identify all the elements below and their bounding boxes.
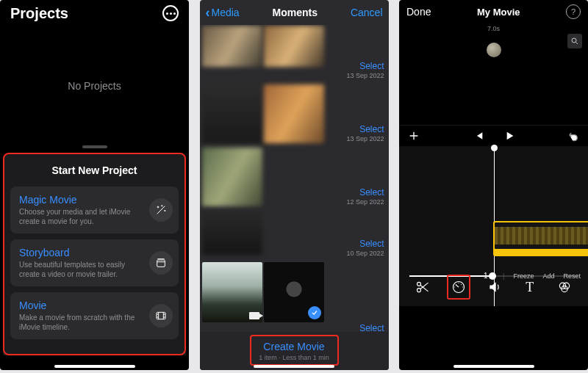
select-group-button[interactable]: Select [346, 187, 384, 198]
filters-icon[interactable] [554, 276, 575, 298]
zoom-icon[interactable] [567, 34, 582, 48]
group-date: 13 Sep 2022 [346, 135, 384, 142]
media-thumb[interactable] [202, 262, 262, 322]
moment-group: Select [200, 261, 389, 323]
editor-header: Done My Movie ? [399, 0, 588, 23]
option-desc: Use beautiful templates to easily create… [19, 260, 143, 279]
video-icon [249, 312, 259, 319]
media-thumb[interactable] [202, 26, 262, 67]
home-indicator[interactable] [54, 365, 135, 368]
sheet-title: Start New Project [9, 157, 180, 186]
media-thumb-selected[interactable] [264, 262, 324, 322]
moment-group: Select 13 Sep 2022 [200, 25, 389, 84]
svg-point-4 [417, 289, 420, 292]
editor-toolbar: T [399, 272, 588, 306]
group-date: 12 Sep 2022 [346, 198, 384, 206]
back-button[interactable]: ‹ Media [206, 5, 240, 21]
svg-rect-1 [157, 312, 165, 319]
svg-rect-0 [157, 260, 165, 267]
select-group-button[interactable]: Select [346, 124, 384, 134]
screen-moments: ‹ Media Moments Cancel Select 13 Sep 202… [200, 0, 389, 370]
option-title: Storyboard [19, 247, 143, 258]
film-icon [149, 304, 173, 327]
svg-point-2 [572, 38, 576, 43]
option-title: Movie [19, 300, 143, 311]
sheet-grabber[interactable] [82, 145, 107, 148]
cancel-button[interactable]: Cancel [351, 7, 383, 18]
highlight-box-red [250, 335, 339, 366]
undo-button[interactable] [567, 130, 579, 142]
moments-header: ‹ Media Moments Cancel [200, 0, 389, 25]
skip-back-button[interactable] [473, 130, 484, 142]
video-clip[interactable] [493, 221, 588, 250]
preview-frame [487, 43, 501, 57]
volume-icon[interactable] [484, 276, 505, 298]
moment-group: Select 12 Sep 2022 [200, 147, 389, 210]
timeline[interactable]: 1 × | Freeze Add Reset T [399, 146, 588, 306]
storyboard-icon [149, 251, 173, 275]
page-title: Projects [10, 5, 68, 22]
select-group-button[interactable]: Select [359, 323, 384, 332]
moment-group: Select 13 Sep 2022 [200, 84, 389, 147]
media-thumb[interactable] [264, 26, 324, 67]
option-desc: Choose your media and let iMovie create … [19, 207, 143, 226]
play-button[interactable] [503, 130, 515, 142]
group-date: 13 Sep 2022 [346, 72, 384, 79]
help-icon[interactable]: ? [566, 4, 581, 19]
select-group-button[interactable]: Select [346, 239, 384, 249]
project-title: My Movie [477, 7, 520, 18]
wand-icon [149, 198, 173, 222]
new-project-sheet: Start New Project Magic Movie Choose you… [3, 153, 186, 355]
done-button[interactable]: Done [406, 6, 431, 18]
audio-track[interactable] [493, 249, 588, 256]
more-menu-icon[interactable] [162, 5, 179, 21]
select-group-button[interactable]: Select [346, 61, 384, 71]
titles-icon[interactable]: T [520, 276, 540, 298]
media-thumb[interactable] [264, 84, 324, 143]
transport-controls [399, 125, 588, 146]
media-thumb[interactable] [202, 148, 262, 206]
speedometer-icon[interactable] [447, 275, 470, 300]
page-title: Moments [273, 7, 318, 18]
preview-viewport[interactable]: 7.0s [399, 23, 588, 125]
home-indicator[interactable] [254, 365, 334, 368]
screen-editor: Done My Movie ? 7.0s [399, 0, 588, 370]
media-thumb[interactable] [202, 84, 262, 143]
option-movie[interactable]: Movie Make a movie from scratch with the… [10, 292, 179, 339]
svg-point-3 [417, 282, 420, 286]
option-magic-movie[interactable]: Magic Movie Choose your media and let iM… [10, 186, 179, 233]
media-thumb[interactable] [202, 211, 262, 255]
projects-header: Projects [0, 0, 189, 26]
media-scroll[interactable]: Select 13 Sep 2022 Select 13 Sep 2022 [200, 25, 389, 332]
group-date: 10 Sep 2022 [346, 250, 384, 257]
option-title: Magic Movie [19, 194, 143, 206]
option-desc: Make a movie from scratch with the iMovi… [19, 313, 143, 332]
chevron-left-icon: ‹ [206, 5, 210, 21]
moment-group: Select 10 Sep 2022 [200, 210, 389, 261]
back-label: Media [212, 7, 240, 18]
screen-projects: Projects No Projects Start New Project M… [0, 0, 189, 370]
timestamp-label: 7.0s [487, 25, 500, 32]
empty-state-text: No Projects [0, 26, 189, 145]
selected-check-icon [308, 306, 321, 319]
scissors-icon[interactable] [412, 276, 433, 298]
add-clip-button[interactable] [408, 130, 420, 142]
option-storyboard[interactable]: Storyboard Use beautiful templates to ea… [10, 239, 179, 286]
home-indicator[interactable] [453, 365, 534, 368]
